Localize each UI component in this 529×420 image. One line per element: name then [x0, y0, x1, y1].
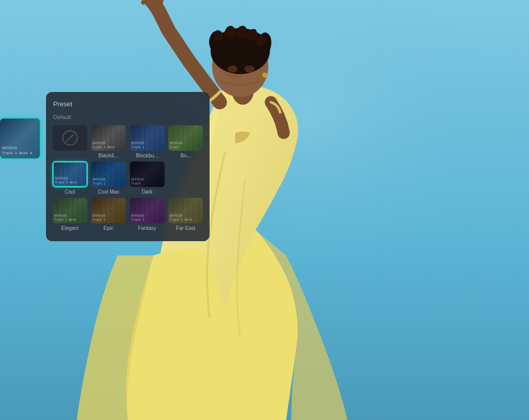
preset-label-fareast: Far East: [168, 225, 204, 231]
preset-thumb-coolmax: DEFOCUSTrack 1: [91, 161, 126, 187]
preset-item-epic[interactable]: DEFOCUSTrack 1 Epic: [91, 198, 127, 231]
preset-thumb-none: [53, 125, 87, 151]
svg-point-7: [244, 65, 255, 73]
preset-thumb-cool: DEFOCUSTrack 1 Note: [53, 161, 87, 187]
preset-section-default-label: Default: [52, 114, 203, 120]
svg-point-8: [262, 73, 267, 78]
preset-item-fantasy[interactable]: DEFOCUSTrack 1 Fantasy: [129, 198, 165, 231]
preset-item-boost[interactable]: DEFOCUSTrack Bo...: [168, 125, 204, 158]
preset-item-fareast[interactable]: DEFOCUSTrack 1 Note Far East: [168, 198, 204, 231]
preset-label-bw: Black&...: [91, 153, 127, 158]
preset-thumb-fantasy: DEFOCUSTrack 1: [130, 198, 165, 223]
preset-thumb-dark: DEFOCUSTrack: [130, 161, 165, 187]
preset-thumb-epic: DEFOCUSTrack 1: [91, 198, 126, 223]
preset-thumb-blockbuster: DEFOCUSTrack 1: [130, 125, 165, 151]
preset-label-fantasy: Fantasy: [129, 225, 165, 231]
preset-item-coolmax[interactable]: DEFOCUSTrack 1 Cool Max: [91, 161, 127, 195]
preset-label-coolmax: Cool Max: [91, 189, 127, 195]
preset-item-elegant[interactable]: DEFOCUSTrack 1 Note Elegant: [52, 198, 88, 231]
preset-thumb-boost: DEFOCUSTrack: [168, 125, 203, 151]
preset-item-blockbuster[interactable]: DEFOCUSTrack 1 Blockbu...: [129, 125, 165, 158]
preset-item-dark[interactable]: DEFOCUSTrack Dark: [129, 161, 165, 195]
preset-thumb-fareast: DEFOCUSTrack 1 Note: [168, 198, 203, 223]
preset-thumb-bw: DEFOCUSTrack 1 Note: [91, 125, 126, 151]
preset-label-epic: Epic: [91, 225, 127, 231]
svg-point-6: [227, 65, 238, 73]
preset-label-boost: Bo...: [168, 153, 204, 158]
preset-item-cool[interactable]: DEFOCUSTrack 1 Note Cool: [52, 161, 88, 195]
preset-panel: DEFOCUS Track 1 Note A Preset Default DE…: [46, 92, 210, 241]
preset-item-bw[interactable]: DEFOCUSTrack 1 Note Black&...: [91, 125, 127, 158]
selected-preset-preview: DEFOCUS Track 1 Note A: [0, 119, 40, 158]
preset-label-cool: Cool: [52, 189, 88, 195]
preset-grid: DEFOCUSTrack 1 Note Black&... DEFOCUSTra…: [52, 125, 203, 231]
preset-label-dark: Dark: [129, 189, 165, 195]
preset-item-placeholder: [168, 161, 204, 195]
preset-panel-title: Preset: [52, 100, 203, 108]
preset-thumb-elegant: DEFOCUSTrack 1 Note: [53, 198, 87, 223]
preset-label-elegant: Elegant: [52, 225, 88, 231]
selected-preset-large[interactable]: DEFOCUS Track 1 Note A: [0, 118, 41, 159]
preset-label-blockbuster: Blockbu...: [129, 153, 165, 158]
preset-item-none[interactable]: [52, 125, 88, 158]
